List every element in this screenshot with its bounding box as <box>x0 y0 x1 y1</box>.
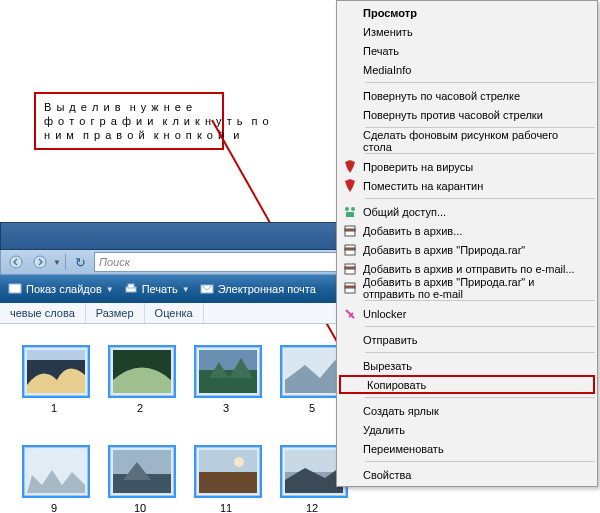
search-input[interactable]: Поиск <box>94 252 342 272</box>
toolbar-slideshow[interactable]: Показ слайдов ▼ <box>8 282 114 296</box>
archive-icon <box>337 224 363 238</box>
archive-icon <box>337 262 363 276</box>
thumbnail-frame <box>196 447 260 496</box>
thumbnail-item[interactable]: 10 <box>110 447 170 513</box>
kaspersky-icon <box>337 179 363 193</box>
slideshow-icon <box>8 282 22 296</box>
kaspersky-icon <box>337 160 363 174</box>
svg-point-1 <box>10 256 22 268</box>
ctx-add-archive-name-email[interactable]: Добавить в архив "Природа.rar" и отправи… <box>337 278 597 297</box>
nav-forward-button[interactable] <box>29 252 51 272</box>
ctx-unlocker[interactable]: Unlocker <box>337 304 597 323</box>
svg-rect-31 <box>345 286 355 288</box>
ctx-send[interactable]: Отправить <box>337 330 597 349</box>
thumbnail-caption: 9 <box>24 502 84 513</box>
separator <box>365 300 595 301</box>
search-placeholder: Поиск <box>99 256 130 268</box>
separator <box>365 153 595 154</box>
svg-point-22 <box>351 207 355 211</box>
thumbnail-caption: 5 <box>282 402 342 414</box>
svg-point-21 <box>345 207 349 211</box>
separator <box>365 461 595 462</box>
svg-rect-8 <box>27 350 85 360</box>
explorer-toolbar: Показ слайдов ▼ Печать ▼ Электронная поч… <box>0 275 347 303</box>
thumbnail-item[interactable]: 9 <box>24 447 84 513</box>
separator <box>365 198 595 199</box>
ctx-virus-check[interactable]: Проверить на вирусы <box>337 157 597 176</box>
thumbnail-frame <box>196 347 260 396</box>
thumbnail-frame <box>110 447 174 496</box>
thumbnail-caption: 3 <box>196 402 256 414</box>
thumbnail-row: 9 10 11 12 <box>0 447 371 513</box>
nav-back-button[interactable] <box>5 252 27 272</box>
explorer-titlebar <box>0 222 347 250</box>
separator <box>365 352 595 353</box>
explorer-column-headers: чевые слова Размер Оценка <box>0 303 347 324</box>
thumbnail-item[interactable]: 1 <box>24 347 84 414</box>
thumbnail-caption: 10 <box>110 502 170 513</box>
column-rating[interactable]: Оценка <box>145 303 204 323</box>
ctx-print[interactable]: Печать <box>337 41 597 60</box>
thumbnail-item[interactable]: 2 <box>110 347 170 414</box>
share-icon <box>337 205 363 219</box>
ctx-rotate-cw[interactable]: Повернуть по часовой стрелке <box>337 86 597 105</box>
thumbnail-item[interactable]: 3 <box>196 347 256 414</box>
unlocker-icon <box>337 307 363 321</box>
ctx-shortcut[interactable]: Создать ярлык <box>337 401 597 420</box>
nav-history-dropdown[interactable]: ▼ <box>53 258 61 267</box>
separator <box>365 82 595 83</box>
ctx-mediainfo[interactable]: MediaInfo <box>337 60 597 79</box>
svg-point-2 <box>34 256 46 268</box>
toolbar-print[interactable]: Печать ▼ <box>124 282 190 296</box>
svg-point-18 <box>234 457 244 467</box>
ctx-add-archive-name[interactable]: Добавить в архив "Природа.rar" <box>337 240 597 259</box>
refresh-button[interactable]: ↻ <box>70 252 92 272</box>
thumbnail-caption: 2 <box>110 402 170 414</box>
ctx-copy[interactable]: Копировать <box>339 375 595 394</box>
ctx-delete[interactable]: Удалить <box>337 420 597 439</box>
thumbnail-frame <box>24 447 88 496</box>
thumbnail-caption: 12 <box>282 502 342 513</box>
dropdown-icon: ▼ <box>182 285 190 294</box>
archive-icon <box>337 281 363 295</box>
print-icon <box>124 282 138 296</box>
ctx-share[interactable]: Общий доступ... <box>337 202 597 221</box>
thumbnail-item[interactable]: 5 <box>282 347 342 414</box>
column-keywords[interactable]: чевые слова <box>0 303 86 323</box>
thumbnail-row: 1 2 3 5 <box>0 347 371 414</box>
svg-rect-5 <box>128 284 134 288</box>
ctx-quarantine[interactable]: Поместить на карантин <box>337 176 597 195</box>
archive-icon <box>337 243 363 257</box>
ctx-cut[interactable]: Вырезать <box>337 356 597 375</box>
ctx-view[interactable]: Просмотр <box>337 3 597 22</box>
annotation-line: ф о т о г р а ф и и к л и к н у т ь п о <box>44 114 214 128</box>
svg-rect-29 <box>345 267 355 269</box>
email-icon <box>200 282 214 296</box>
ctx-add-archive[interactable]: Добавить в архив... <box>337 221 597 240</box>
thumbnail-caption: 11 <box>196 502 256 513</box>
svg-rect-17 <box>199 472 257 493</box>
ctx-wallpaper[interactable]: Сделать фоновым рисунком рабочего стола <box>337 131 597 150</box>
ctx-rename[interactable]: Переименовать <box>337 439 597 458</box>
ctx-rotate-ccw[interactable]: Повернуть против часовой стрелки <box>337 105 597 124</box>
toolbar-email[interactable]: Электронная почта <box>200 282 316 296</box>
thumbnail-item[interactable]: 12 <box>282 447 342 513</box>
separator <box>365 397 595 398</box>
column-size[interactable]: Размер <box>86 303 145 323</box>
annotation-line: н и м п р а в о й к н о п к о й и <box>44 128 214 142</box>
thumbnail-caption: 1 <box>24 402 84 414</box>
thumbnail-item[interactable]: 11 <box>196 447 256 513</box>
svg-rect-25 <box>345 229 355 231</box>
annotation-box: В ы д е л и в н у ж н е е ф о т о г р а … <box>34 92 224 150</box>
svg-rect-3 <box>9 284 21 293</box>
ctx-properties[interactable]: Свойства <box>337 465 597 484</box>
explorer-address-bar: ▼ ↻ Поиск <box>0 250 347 275</box>
thumbnail-frame <box>110 347 174 396</box>
ctx-edit[interactable]: Изменить <box>337 22 597 41</box>
svg-rect-23 <box>346 212 354 217</box>
dropdown-icon: ▼ <box>106 285 114 294</box>
context-menu: Просмотр Изменить Печать MediaInfo Повер… <box>336 0 598 487</box>
annotation-line: В ы д е л и в н у ж н е е <box>44 100 214 114</box>
explorer-window: ▼ ↻ Поиск Показ слайдов ▼ Печать ▼ Элект… <box>0 222 347 324</box>
svg-rect-10 <box>199 350 257 370</box>
